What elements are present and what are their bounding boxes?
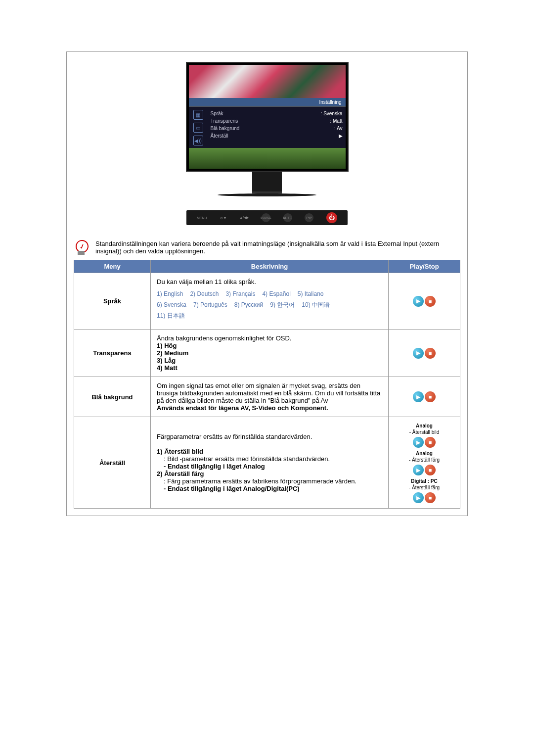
row-desc-aterstall: Färgparametrar ersätts av förinställda s… [151, 417, 389, 509]
osd-tab-screen-icon: ▭ [193, 123, 203, 133]
osd-row: Transparens: Matt [211, 117, 343, 125]
menu-button: MENU [197, 216, 207, 220]
auto-button: AUTO [283, 213, 292, 222]
row-name-aterstall: Återställ [74, 417, 151, 509]
monitor-base [218, 193, 316, 196]
source-button: SOURCE [262, 213, 270, 222]
osd-tab-picture-icon: ▦ [193, 110, 203, 120]
power-button: ⏻ [326, 212, 337, 223]
monitor-bezel: Inställning ▦ ▭ ◀)) ▣ ✺ Språk: Svenska [186, 62, 349, 172]
stop-button[interactable]: ■ [425, 391, 436, 402]
table-row: Transparens Ändra bakgrundens ogenomskin… [74, 330, 460, 377]
stop-button[interactable]: ■ [425, 465, 436, 475]
table-row: Blå bakgrund Om ingen signal tas emot el… [74, 377, 460, 417]
info-text: Standardinställningen kan variera beroen… [95, 240, 460, 255]
play-button[interactable]: ▶ [413, 465, 424, 475]
header-beskrivning: Beskrivning [151, 260, 389, 273]
language-list: 1) English2) Deutsch3) Français4) Españo… [157, 288, 382, 321]
row-desc-transparens: Ändra bakgrundens ogenomskinlighet för O… [151, 330, 389, 377]
table-row: Återställ Färgparametrar ersätts av föri… [74, 417, 460, 509]
monitor-stand [252, 172, 282, 193]
play-button[interactable]: ▶ [413, 296, 424, 307]
row-name-sprak: Språk [74, 273, 151, 330]
row-play-transparens: ▶■ [389, 330, 460, 377]
stop-button[interactable]: ■ [425, 296, 436, 307]
monitor-figure: Inställning ▦ ▭ ◀)) ▣ ✺ Språk: Svenska [67, 52, 467, 235]
osd-row: Blå bakgrund: Av [211, 125, 343, 132]
row-play-sprak: ▶■ [389, 273, 460, 330]
settings-table: Meny Beskrivning Play/Stop Språk Du kan … [74, 260, 460, 509]
play-button[interactable]: ▶ [413, 348, 424, 359]
osd-row: Återställ▶ [211, 132, 343, 140]
table-row: Språk Du kan välja mellan 11 olika språk… [74, 273, 460, 330]
monitor-button-bar: MENU ♫/▼ ▲/◀▶ SOURCE AUTO PIP ⏻ [186, 210, 348, 225]
pip-button: PIP [305, 213, 313, 222]
header-meny: Meny [74, 260, 151, 273]
row-name-blabakgrund: Blå bakgrund [74, 377, 151, 417]
wallpaper-tulips [189, 65, 346, 98]
document-page: Inställning ▦ ▭ ◀)) ▣ ✺ Språk: Svenska [66, 51, 468, 516]
play-button[interactable]: ▶ [413, 492, 424, 503]
volume-button: ▲/◀▶ [239, 216, 249, 220]
wallpaper-grass [189, 148, 346, 169]
header-row: Meny Beskrivning Play/Stop [74, 260, 460, 273]
channel-button: ♫/▼ [220, 216, 226, 220]
stop-button[interactable]: ■ [425, 492, 436, 503]
row-name-transparens: Transparens [74, 330, 151, 377]
row-play-blabakgrund: ▶■ [389, 377, 460, 417]
row-desc-sprak: Du kan välja mellan 11 olika språk. 1) E… [151, 273, 389, 330]
stop-button[interactable]: ■ [425, 437, 436, 448]
info-note: ✓ Standardinställningen kan variera bero… [67, 235, 467, 260]
stop-button[interactable]: ■ [425, 348, 436, 359]
monitor-screen: Inställning ▦ ▭ ◀)) ▣ ✺ Språk: Svenska [189, 65, 346, 169]
header-playstop: Play/Stop [389, 260, 460, 273]
row-desc-blabakgrund: Om ingen signal tas emot eller om signal… [151, 377, 389, 417]
row-play-aterstall: Analog - Återställ bild ▶■ Analog - Åter… [389, 417, 460, 509]
note-icon: ✓ [74, 240, 89, 255]
osd-row: Språk: Svenska [211, 110, 343, 117]
play-button[interactable]: ▶ [413, 437, 424, 448]
osd-title: Inställning [189, 98, 346, 107]
play-button[interactable]: ▶ [413, 391, 424, 402]
osd-tab-sound-icon: ◀)) [193, 136, 203, 145]
